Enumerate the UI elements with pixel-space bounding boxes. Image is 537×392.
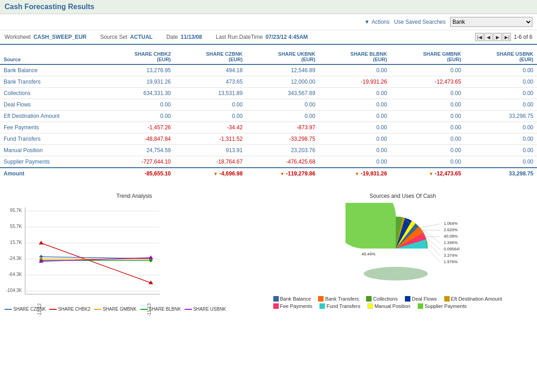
source-set-label: Source Set	[100, 34, 127, 40]
svg-line-19	[41, 243, 151, 283]
next-page-button[interactable]: ▶	[494, 33, 502, 41]
svg-text:40.08%: 40.08%	[444, 234, 458, 238]
legend-blbnk: SHARE BLBNK	[140, 307, 181, 312]
table-row: Eft Destination Amount0.000.000.000.000.…	[0, 111, 537, 122]
pie-legend: Bank Balance Bank Transfers Collections …	[273, 296, 533, 309]
pagination-info: 1-6 of 6	[514, 34, 532, 40]
svg-text:-64.3K: -64.3K	[9, 272, 22, 277]
legend-usbnk: SHARE USBNK	[185, 307, 226, 312]
table-row: Collections634,331.3013,531.89343,567.89…	[0, 88, 537, 99]
pie-legend-manual-position: Manual Position	[367, 303, 410, 309]
worksheet-label: Worksheet	[5, 34, 31, 40]
amount-ukbnk: ▼ -119,279.86	[246, 168, 319, 179]
trend-legend: SHARE CZBNK SHARE CHBK2 SHARE GMBNK SHAR…	[5, 307, 264, 312]
pie-chart-title: Sources and Uses Of Cash	[370, 193, 436, 199]
page-header: Cash Forecasting Results	[0, 0, 537, 14]
source-set-item: Source Set ACTUAL	[100, 34, 153, 40]
pie-chart-container: Sources and Uses Of Cash	[273, 193, 533, 312]
svg-text:1.064%: 1.064%	[444, 221, 458, 226]
amount-czbnk: ▼ -4,696.98	[175, 168, 246, 179]
table-row: Bank Transfers19,931.26473.6512,000.00-1…	[0, 76, 537, 88]
svg-marker-29	[39, 259, 43, 263]
amount-usbnk: 33,298.75	[465, 168, 537, 179]
amount-chbk2: -85,655.10	[103, 168, 175, 179]
amount-gmbnk: ▼ -12,473.65	[391, 168, 465, 179]
col-header-source: Source	[0, 49, 103, 64]
col-header-czbnk: SHARE CZBNK(EUR)	[175, 49, 246, 64]
table-footer-row: Amount -85,655.10 ▼ -4,696.98 ▼ -119,279…	[0, 168, 537, 179]
date-value: 11/13/08	[181, 34, 202, 40]
last-run-value: 07/23/12 4:45AM	[266, 34, 308, 40]
svg-text:2.620%: 2.620%	[444, 228, 458, 232]
pie-legend-eft: Eft Destination Amount	[444, 296, 502, 302]
legend-chbk2: SHARE CHBK2	[49, 307, 90, 312]
svg-marker-20	[39, 241, 43, 244]
toolbar: ▼ Actions Use Saved Searches Bank	[0, 14, 537, 30]
pagination: |◀ ◀ ▶ ▶| 1-6 of 6	[475, 33, 532, 41]
table-header-row: Source SHARE CHBK2(EUR) SHARE CZBNK(EUR)…	[0, 49, 537, 64]
last-page-button[interactable]: ▶|	[503, 33, 511, 41]
pie-legend-fund-transfers: Fund Transfers	[319, 303, 360, 309]
trend-chart-title: Trend Analysis	[5, 193, 264, 199]
trend-chart-svg: 95.7K 55.7K 15.7K -24.3K -64.3K -104.3K …	[5, 203, 178, 303]
svg-point-31	[364, 267, 428, 281]
svg-line-28	[41, 258, 151, 261]
legend-gmbnk: SHARE GMBNK	[94, 307, 137, 312]
data-section: Source SHARE CHBK2(EUR) SHARE CZBNK(EUR)…	[0, 45, 537, 184]
svg-text:95.7K: 95.7K	[10, 208, 22, 213]
last-run-label: Last Run DateTime	[216, 34, 263, 40]
col-header-ukbnk: SHARE UKBNK(EUR)	[246, 49, 319, 64]
svg-text:1.976%: 1.976%	[444, 260, 458, 264]
date-label: Date	[166, 34, 178, 40]
worksheet-value: CASH_SWEEP_EUR	[33, 34, 86, 40]
pie-legend-supplier-payments: Supplier Payments	[418, 303, 467, 309]
amount-blbnk: ▼ -19,931.26	[319, 168, 391, 179]
first-page-button[interactable]: |◀	[475, 33, 484, 41]
col-header-chbk2: SHARE CHBK2(EUR)	[103, 49, 175, 64]
actions-arrow-icon: ▼	[364, 19, 370, 25]
svg-line-40	[419, 224, 440, 228]
svg-marker-30	[149, 255, 153, 259]
use-saved-label: Use Saved Searches	[394, 19, 446, 25]
table-row: Fee Payments-1,457.26-34.42-873.970.000.…	[0, 122, 537, 133]
meta-bar: Worksheet CASH_SWEEP_EUR Source Set ACTU…	[0, 30, 537, 45]
col-header-gmbnk: SHARE GMBNK(EUR)	[391, 49, 465, 64]
last-run-item: Last Run DateTime 07/23/12 4:45AM	[216, 34, 308, 40]
main-table: Source SHARE CHBK2(EUR) SHARE CZBNK(EUR)…	[0, 49, 537, 179]
table-row: Deal Flows0.000.000.000.000.000.00	[0, 99, 537, 111]
col-header-blbnk: SHARE BLBNK(EUR)	[319, 49, 391, 64]
svg-text:0.09564%: 0.09564%	[444, 247, 460, 251]
table-row: Supplier Payments-727,644.10-18,764.67-4…	[0, 156, 537, 168]
svg-line-46	[427, 248, 440, 262]
svg-text:55.7K: 55.7K	[10, 224, 22, 229]
svg-text:-104.3K: -104.3K	[6, 288, 22, 293]
actions-button[interactable]: ▼ Actions	[364, 19, 389, 25]
svg-text:3.374%: 3.374%	[444, 253, 458, 258]
pie-legend-bank-balance: Bank Balance	[273, 296, 311, 302]
page-title: Cash Forecasting Results	[5, 3, 95, 11]
legend-czbnk: SHARE CZBNK	[5, 307, 46, 312]
date-item: Date 11/13/08	[166, 34, 202, 40]
svg-text:-24.3K: -24.3K	[9, 256, 22, 261]
svg-text:15.7K: 15.7K	[10, 240, 22, 245]
pie-legend-deal-flows: Deal Flows	[405, 296, 436, 302]
table-row: Manual Position24,754.59913.9123,203.760…	[0, 145, 537, 156]
source-set-value: ACTUAL	[130, 34, 153, 40]
pie-chart-svg: 1.064% 2.620% 40.08% 1.346% 0.09564% 3.3…	[346, 203, 460, 294]
pie-legend-fee-payments: Fee Payments	[273, 303, 313, 309]
table-row: Bank Balance13,276.95494.1812,546.890.00…	[0, 64, 537, 76]
charts-section: Trend Analysis 95.7K 55.7K 15.7K -24.3K …	[0, 188, 537, 316]
svg-text:49.44%: 49.44%	[362, 252, 376, 256]
pie-legend-collections: Collections	[366, 296, 398, 302]
pie-legend-bank-transfers: Bank Transfers	[318, 296, 359, 302]
svg-text:1.346%: 1.346%	[444, 240, 458, 245]
trend-chart-container: Trend Analysis 95.7K 55.7K 15.7K -24.3K …	[5, 193, 264, 312]
table-row: Fund Transfers-48,847.84-1,311.52-33,298…	[0, 133, 537, 145]
amount-label: Amount	[0, 168, 103, 179]
saved-searches-select[interactable]: Bank	[450, 17, 532, 27]
worksheet-item: Worksheet CASH_SWEEP_EUR	[5, 34, 86, 40]
prev-page-button[interactable]: ◀	[484, 33, 493, 41]
col-header-usbnk: SHARE USBNK(EUR)	[465, 49, 537, 64]
